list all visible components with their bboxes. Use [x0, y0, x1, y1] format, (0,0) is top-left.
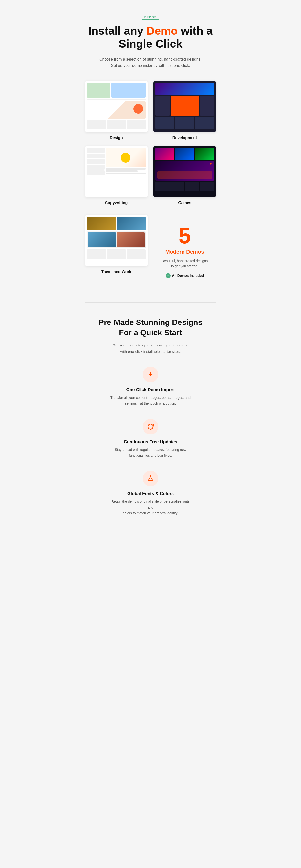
demo-thumb-travel — [85, 215, 147, 266]
all-demos-badge: ✓ All Demos Included — [166, 273, 204, 278]
demo-name-travel: Travel and Work — [85, 270, 147, 274]
feature-desc-import: Transfer all your content—pages, posts, … — [110, 395, 191, 407]
demos-section-header: DEMOS Install any Demo with a Single Cli… — [85, 15, 216, 69]
demo-name-design: Design — [85, 136, 147, 140]
feature-title-fonts: Global Fonts & Colors — [127, 491, 174, 496]
check-circle-icon: ✓ — [166, 273, 171, 278]
heading-part1: Install any — [89, 25, 146, 37]
demo-bottom-row: Travel and Work 5 Modern Demos Beautiful… — [85, 215, 216, 288]
feature-desc-fonts: Retain the demo's original style or pers… — [109, 499, 192, 516]
feature-item-updates: Continuous Free Updates Stay ahead with … — [85, 419, 216, 459]
all-demos-label: All Demos Included — [172, 274, 204, 278]
demo-name-games: Games — [154, 201, 216, 205]
demo-item-development: Development — [154, 81, 216, 140]
refresh-icon — [147, 423, 154, 430]
font-palette-icon — [147, 475, 154, 482]
demos-label: DEMOS — [142, 15, 159, 20]
stats-title: Modern Demos — [165, 249, 204, 255]
demo-thumb-design — [85, 81, 147, 132]
stats-number: 5 — [178, 225, 191, 247]
premade-section: Pre-Made Stunning DesignsFor a Quick Sta… — [85, 317, 216, 517]
feature-list: One Click Demo Import Transfer all your … — [85, 367, 216, 517]
feature-icon-wrap-fonts — [143, 471, 158, 486]
demo-item-design: Design — [85, 81, 147, 140]
feature-icon-wrap-updates — [143, 419, 158, 434]
feature-item-import: One Click Demo Import Transfer all your … — [85, 367, 216, 407]
demo-thumb-development — [154, 81, 216, 132]
feature-desc-updates: Stay ahead with regular updates, featuri… — [115, 447, 187, 459]
main-subheading: Choose from a selection of stunning, han… — [85, 56, 216, 69]
feature-title-updates: Continuous Free Updates — [124, 439, 177, 444]
demo-thumb-copywriting — [85, 146, 147, 197]
main-heading: Install any Demo with a Single Click — [85, 25, 216, 50]
feature-item-fonts: Global Fonts & Colors Retain the demo's … — [85, 471, 216, 516]
stats-desc: Beautiful, handcrafted designsto get you… — [162, 258, 208, 269]
premade-heading: Pre-Made Stunning DesignsFor a Quick Sta… — [85, 317, 216, 338]
demo-name-development: Development — [154, 136, 216, 140]
feature-icon-wrap-import — [143, 367, 158, 382]
feature-title-import: One Click Demo Import — [126, 387, 175, 393]
stats-box: 5 Modern Demos Beautiful, handcrafted de… — [154, 215, 216, 288]
premade-sub: Get your blog site up and running lightn… — [85, 342, 216, 354]
demo-item-copywriting: Copywriting — [85, 146, 147, 205]
download-icon — [147, 371, 154, 378]
demo-thumb-games — [154, 146, 216, 197]
heading-accent: Demo — [146, 25, 178, 37]
demo-item-travel: Travel and Work — [85, 215, 147, 274]
demo-grid: Design Development — [85, 81, 216, 205]
page-wrapper: DEMOS Install any Demo with a Single Cli… — [75, 0, 226, 531]
demo-name-copywriting: Copywriting — [85, 201, 147, 205]
demo-item-games: Games — [154, 146, 216, 205]
